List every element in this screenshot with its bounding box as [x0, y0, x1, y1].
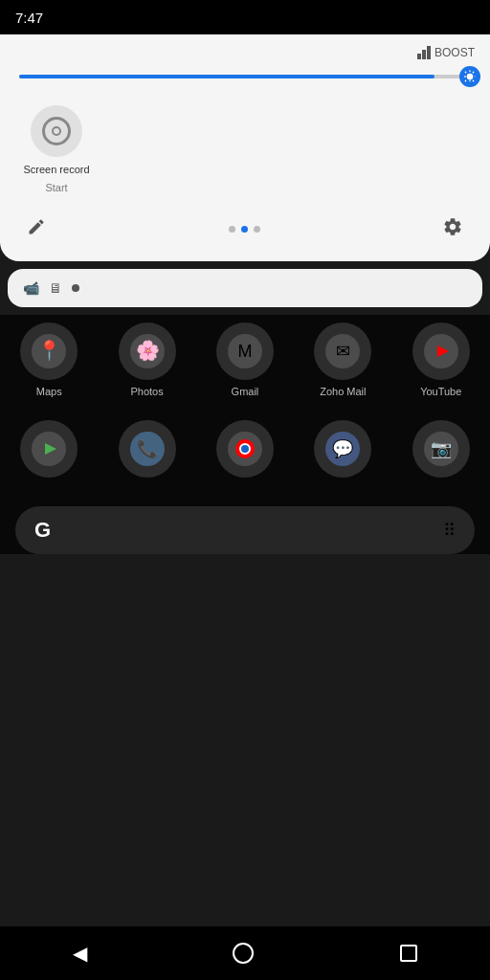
video-notif-icon: 📹 [23, 280, 39, 296]
youtube-label: YouTube [420, 386, 461, 397]
svg-marker-1 [422, 50, 426, 59]
app-photos[interactable]: 🌸 Photos [109, 323, 186, 397]
app-camera[interactable]: 📷 [403, 420, 479, 483]
play-svg [32, 432, 66, 466]
app-play[interactable] [11, 420, 87, 483]
app-row-1: 📍 Maps 🌸 Photos M Gmail [0, 323, 490, 397]
chrome-svg [228, 432, 262, 466]
app-maps[interactable]: 📍 Maps [11, 323, 87, 397]
pencil-icon [27, 217, 46, 236]
svg-text:✉: ✉ [336, 342, 350, 361]
boost-label: BOOST [434, 46, 475, 59]
app-phone[interactable]: 📞 [109, 420, 186, 483]
maps-label: Maps [36, 386, 62, 397]
dot-2 [241, 226, 248, 233]
tiles-grid: Screen record Start [15, 105, 475, 193]
maps-icon: 📍 [20, 323, 78, 380]
brightness-row[interactable] [15, 67, 475, 86]
app-gmail[interactable]: M Gmail [207, 323, 283, 397]
dot-3 [254, 226, 260, 233]
zohomail-icon: ✉ [314, 323, 371, 380]
app-row-2: 📞 💬 [0, 420, 490, 483]
panel-bottom [15, 209, 475, 246]
brightness-icon [462, 69, 478, 84]
recents-icon [400, 945, 417, 962]
svg-text:📷: 📷 [431, 438, 453, 459]
notif-dot [72, 284, 79, 292]
back-icon: ◀ [73, 942, 87, 965]
screen-notif-icon: 🖥 [49, 280, 62, 296]
youtube-svg [424, 334, 458, 368]
svg-text:🌸: 🌸 [135, 339, 159, 362]
camera-icon: 📷 [412, 420, 470, 478]
phone-svg: 📞 [130, 432, 165, 466]
app-youtube[interactable]: YouTube [403, 323, 479, 397]
settings-icon[interactable] [442, 216, 463, 242]
brightness-slider[interactable] [19, 67, 471, 86]
quick-settings-panel: BOOST Screen record Start [0, 34, 490, 261]
svg-text:💬: 💬 [332, 438, 354, 459]
messages-icon: 💬 [314, 420, 371, 478]
gmail-svg: M [228, 334, 262, 368]
screen-record-tile[interactable]: Screen record Start [23, 105, 90, 193]
svg-text:📞: 📞 [137, 438, 159, 459]
svg-marker-0 [417, 54, 421, 59]
app-messages[interactable]: 💬 [304, 420, 381, 483]
gmail-label: Gmail [232, 386, 259, 397]
brightness-track [19, 75, 471, 78]
messages-svg: 💬 [325, 432, 360, 466]
screen-record-center-dot [52, 126, 61, 136]
nav-recents-button[interactable] [400, 945, 417, 962]
camera-svg: 📷 [424, 432, 458, 466]
boost-row: BOOST [15, 46, 475, 59]
svg-point-19 [241, 445, 249, 453]
screen-record-label: Screen record [23, 163, 89, 176]
home-icon [233, 943, 254, 964]
signal-icon [417, 46, 431, 59]
screen-record-inner-ring [42, 117, 71, 145]
notification-bar: 📹 🖥 [8, 269, 482, 307]
brightness-thumb [459, 66, 480, 87]
maps-svg: 📍 [32, 334, 66, 368]
pagination-dots [229, 226, 260, 233]
screen-record-icon-circle [31, 105, 82, 157]
chrome-icon [216, 420, 274, 478]
svg-marker-2 [427, 46, 431, 59]
youtube-icon [412, 323, 470, 380]
nav-bar: ◀ [0, 926, 490, 980]
svg-text:M: M [237, 342, 252, 361]
svg-text:📍: 📍 [37, 339, 61, 362]
google-dots-icon: ⠿ [443, 520, 456, 541]
photos-icon: 🌸 [119, 323, 176, 380]
status-bar: 7:47 [0, 0, 490, 34]
google-search-bar[interactable]: G ⠿ [15, 506, 475, 554]
brightness-fill [19, 75, 434, 78]
nav-back-button[interactable]: ◀ [73, 942, 87, 965]
gear-icon [442, 216, 463, 237]
screen-record-sublabel: Start [45, 182, 67, 193]
app-chrome[interactable] [207, 420, 283, 483]
play-icon [20, 420, 78, 478]
photos-label: Photos [130, 386, 163, 397]
phone-icon: 📞 [119, 420, 176, 478]
status-time: 7:47 [15, 10, 43, 26]
zohomail-label: Zoho Mail [320, 386, 366, 397]
dot-1 [229, 226, 235, 233]
edit-icon[interactable] [27, 217, 46, 241]
google-logo: G [34, 518, 51, 543]
app-zoho-mail[interactable]: ✉ Zoho Mail [304, 323, 381, 397]
photos-svg: 🌸 [130, 334, 165, 368]
app-drawer: 📍 Maps 🌸 Photos M Gmail [0, 315, 490, 554]
zohomail-svg: ✉ [325, 334, 360, 368]
gmail-icon: M [216, 323, 274, 380]
nav-home-button[interactable] [233, 943, 254, 964]
